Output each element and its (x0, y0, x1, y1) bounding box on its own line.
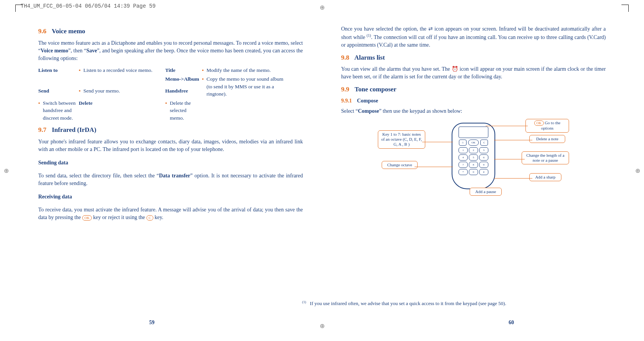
text: To send data, select the directory file,… (38, 173, 159, 179)
leader-line (494, 178, 532, 179)
option-def: Switch between handsfree and discreet mo… (38, 99, 76, 122)
phone-illustration: ⌂ OK C 1 2 3 4 5 6 7 8 9 * 0 # (452, 123, 495, 189)
text: Once you have selected the option, the (341, 26, 428, 32)
page-number-left: 59 (149, 320, 154, 326)
key-8: 8 (469, 162, 478, 168)
callout-change-length: Change the length of a note or a pause (522, 151, 569, 164)
key-4: 4 (459, 154, 468, 161)
heading-9-8: 9.8 Alarms list (341, 53, 606, 63)
key-2: 2 (469, 147, 478, 153)
key-9: 9 (479, 162, 488, 168)
phone-nav-row: ⌂ OK C (452, 140, 494, 146)
page-60: Once you have selected the option, the ⇄… (322, 23, 617, 310)
leader-line (494, 140, 532, 140)
option-def: Copy the memo to your sound album (to se… (202, 75, 286, 98)
ok-key-icon: OK (534, 120, 544, 126)
c-key-icon: C (146, 215, 153, 221)
callout-text: Go to the options (541, 120, 561, 130)
infrared-icon: ⇄ (428, 26, 433, 32)
callout-options: OK Go to the options (525, 119, 569, 133)
page-spread: 9.6 Voice memo The voice memo feature ac… (27, 23, 617, 310)
phone-screen (459, 127, 488, 138)
heading-title: Infrared (IrDA) (52, 126, 96, 133)
voice-memo-intro: The voice memo feature acts as a Dictaph… (38, 39, 303, 63)
option-def: Delete the selected memo. (165, 99, 200, 122)
key-hash: # (479, 169, 488, 175)
heading-number: 9.9 (341, 86, 349, 93)
key-7: 7 (459, 162, 468, 168)
callout-add-sharp: Add a sharp (529, 173, 561, 181)
heading-9-6: 9.6 Voice memo (38, 27, 303, 36)
option-def: Listen to a recorded voice memo. (79, 67, 163, 74)
callout-keys-1-7: Key 1 to 7: basic notes of an octave (C,… (378, 130, 425, 149)
print-job-header: TH4_UM_FCC_06-05-04 06/05/04 14:39 Page … (21, 3, 156, 9)
irda-continuation: Once you have selected the option, the ⇄… (341, 25, 606, 49)
text: . The connection will cut off if you hav… (341, 34, 606, 48)
alarms-body: You can view all the alarms that you hav… (341, 65, 606, 81)
heading-number: 9.7 (38, 126, 46, 133)
text-bold: Voice memo (41, 48, 68, 54)
heading-number: 9.9.1 (341, 98, 352, 104)
page-number-right: 60 (509, 320, 514, 326)
text-bold: Compose (358, 108, 379, 114)
heading-9-7: 9.7 Infrared (IrDA) (38, 125, 303, 135)
alarm-icon: ⏰ (452, 66, 458, 72)
left-softkey: ⌂ (459, 140, 467, 146)
footnote-1: (1) If you use infrared often, we advise… (302, 300, 617, 307)
key-0: 0 (469, 169, 478, 175)
registration-mark-right: ⊕ (635, 167, 640, 174)
receiving-data-body: To receive data, you must activate the i… (38, 206, 303, 222)
text-bold: Data transfer (159, 173, 190, 179)
heading-number: 9.8 (341, 54, 349, 61)
text: ”, then “ (68, 48, 86, 54)
option-term: Memo->Album (165, 75, 200, 86)
key-6: 6 (479, 154, 488, 161)
heading-number: 9.6 (38, 28, 46, 35)
footnote-marker: (1) (302, 300, 306, 304)
heading-9-9-1: 9.9.1 Compose (341, 97, 606, 105)
heading-title: Alarms list (355, 54, 385, 61)
heading-title: Compose (357, 98, 378, 104)
registration-mark-bottom: ⊕ (320, 322, 325, 330)
sending-data-body: To send data, select the directory file,… (38, 172, 303, 188)
crop-corner-tr (621, 5, 629, 12)
text: key. (154, 214, 163, 220)
c-key: C (480, 140, 488, 146)
callout-delete-note: Delete a note (529, 135, 565, 143)
text: ” then use the keypad as shown below: (379, 108, 462, 114)
voice-memo-options: Listen to Listen to a recorded voice mem… (38, 67, 303, 122)
option-term: Delete (79, 99, 163, 122)
option-def: Modify the name of the memo. (202, 67, 286, 74)
leader-line (415, 167, 453, 167)
leader-line (494, 159, 525, 159)
heading-9-9: 9.9 Tone composer (341, 85, 606, 94)
text: To receive data, you must activate the i… (38, 207, 303, 220)
key-3: 3 (479, 147, 488, 153)
option-term: Send (38, 87, 76, 97)
keypad-diagram: ⌂ OK C 1 2 3 4 5 6 7 8 9 * 0 # (378, 119, 569, 199)
irda-intro: Your phone's infrared feature allows you… (38, 138, 303, 154)
option-term: Title (165, 67, 200, 74)
text: You can view all the alarms that you hav… (341, 66, 452, 72)
text-bold: Save (86, 48, 97, 54)
heading-title: Voice memo (52, 28, 85, 35)
leader-line (486, 126, 528, 126)
key-1: 1 (459, 147, 468, 153)
leader-line (422, 142, 453, 142)
compose-body: Select “Compose” then use the keypad as … (341, 107, 606, 115)
key-5: 5 (469, 154, 478, 161)
callout-change-octave: Change octave (382, 161, 418, 169)
phone-keypad: 1 2 3 4 5 6 7 8 9 * 0 # (452, 147, 494, 175)
key-star: * (459, 169, 468, 175)
ok-key-icon: OK (82, 215, 92, 221)
callout-add-pause: Add a pause (470, 188, 502, 196)
heading-title: Tone composer (355, 86, 396, 93)
option-term: Handsfree (165, 87, 200, 97)
sending-data-heading: Sending data (38, 159, 303, 167)
option-def: Send your memo. (79, 87, 163, 97)
ok-key: OK (468, 140, 479, 146)
footnote-ref: (1) (367, 33, 371, 37)
page-59: 9.6 Voice memo The voice memo feature ac… (27, 23, 322, 310)
text: Select “ (341, 108, 358, 114)
footnote-text: If you use infrared often, we advise tha… (310, 300, 506, 306)
